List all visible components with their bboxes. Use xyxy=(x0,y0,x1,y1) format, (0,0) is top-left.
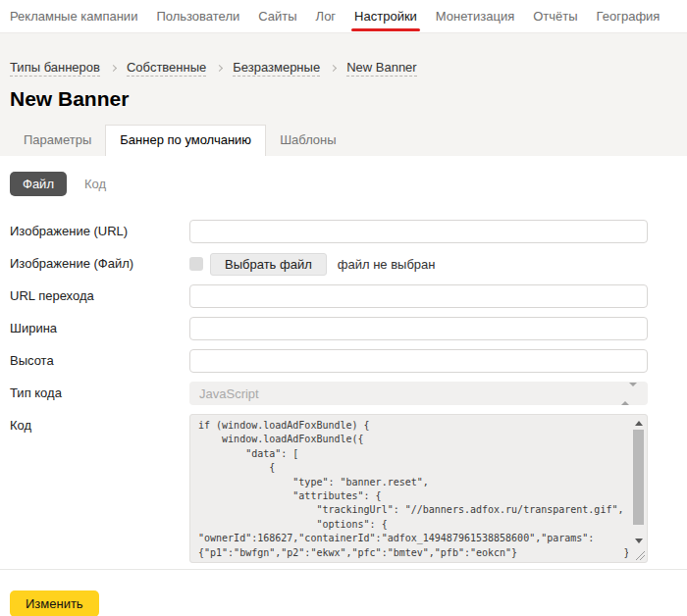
tab-templates[interactable]: Шаблоны xyxy=(266,126,350,156)
image-file-checkbox[interactable] xyxy=(189,257,203,271)
breadcrumb-sizeless[interactable]: Безразмерные xyxy=(233,60,320,77)
code-content[interactable]: if (window.loadAdFoxBundle) { window.loa… xyxy=(198,419,628,558)
scroll-up-icon[interactable] xyxy=(632,417,645,429)
tab-default-banner[interactable]: Баннер по умолчанию xyxy=(105,125,266,156)
chevron-right-icon xyxy=(216,64,223,71)
file-status-text: файл не выбран xyxy=(338,257,436,272)
image-url-label: Изображение (URL) xyxy=(10,220,189,238)
code-label: Код xyxy=(10,414,189,433)
nav-item-log[interactable]: Лог xyxy=(316,0,337,32)
nav-item-reports[interactable]: Отчёты xyxy=(533,0,577,32)
mode-file-button[interactable]: Файл xyxy=(10,172,67,196)
width-label: Ширина xyxy=(10,317,189,335)
tab-content: Файл Код Изображение (URL) Изображение (… xyxy=(0,156,687,563)
code-type-value: JavaScript xyxy=(199,386,259,401)
tab-bar: Параметры Баннер по умолчанию Шаблоны xyxy=(10,125,677,156)
image-url-input[interactable] xyxy=(189,220,648,243)
scroll-down-icon[interactable] xyxy=(632,535,645,546)
code-type-label: Тип кода xyxy=(10,382,189,400)
nav-item-settings[interactable]: Настройки xyxy=(354,0,417,32)
image-file-label: Изображение (Файл) xyxy=(10,252,189,271)
footer: Изменить xyxy=(0,570,687,616)
breadcrumb-own[interactable]: Собственные xyxy=(127,60,206,77)
up-down-arrows-icon xyxy=(621,386,637,401)
banner-mode-toggle: Файл Код xyxy=(10,172,648,196)
chevron-right-icon xyxy=(110,64,117,71)
form-row-code-type: Тип кода JavaScript xyxy=(10,382,648,405)
code-textarea[interactable]: if (window.loadAdFoxBundle) { window.loa… xyxy=(189,414,648,563)
resize-grip-icon[interactable] xyxy=(634,549,645,560)
nav-item-monetization[interactable]: Монетизация xyxy=(436,0,514,32)
form-row-width: Ширина xyxy=(10,317,648,340)
code-scrollbar[interactable] xyxy=(632,417,645,546)
page-title: New Banner xyxy=(10,87,677,111)
target-url-label: URL перехода xyxy=(10,284,189,303)
nav-item-sites[interactable]: Сайты xyxy=(258,0,296,32)
breadcrumb-banner-types[interactable]: Типы баннеров xyxy=(10,60,100,77)
tab-parameters[interactable]: Параметры xyxy=(10,126,105,156)
chevron-right-icon xyxy=(330,64,337,71)
breadcrumb: Типы баннеров Собственные Безразмерные N… xyxy=(10,60,677,77)
nav-item-geography[interactable]: География xyxy=(597,0,661,32)
width-input[interactable] xyxy=(189,317,648,340)
form-row-image-url: Изображение (URL) xyxy=(10,220,648,243)
form-row-target-url: URL перехода xyxy=(10,284,648,308)
form-row-code: Код if (window.loadAdFoxBundle) { window… xyxy=(10,414,648,563)
height-input[interactable] xyxy=(189,349,648,373)
breadcrumb-new-banner[interactable]: New Banner xyxy=(346,60,417,77)
page-header: Типы баннеров Собственные Безразмерные N… xyxy=(0,32,687,156)
form-row-image-file: Изображение (Файл) Выбрать файл файл не … xyxy=(10,252,648,276)
nav-item-campaigns[interactable]: Рекламные кампании xyxy=(10,0,137,32)
mode-code-button[interactable]: Код xyxy=(84,177,106,191)
choose-file-button[interactable]: Выбрать файл xyxy=(210,253,327,276)
code-type-select: JavaScript xyxy=(189,382,648,405)
submit-button[interactable]: Изменить xyxy=(10,590,99,616)
height-label: Высота xyxy=(10,349,189,368)
form-row-height: Высота xyxy=(10,349,648,373)
nav-item-users[interactable]: Пользователи xyxy=(156,0,239,32)
scrollbar-thumb[interactable] xyxy=(633,430,644,525)
target-url-input[interactable] xyxy=(189,284,648,308)
top-nav: Рекламные кампании Пользователи Сайты Ло… xyxy=(0,0,687,32)
